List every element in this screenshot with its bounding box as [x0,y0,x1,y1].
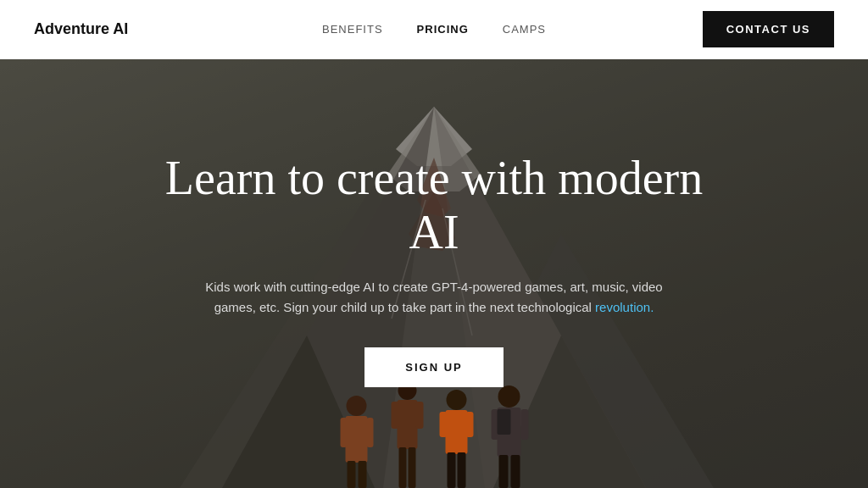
nav-benefits[interactable]: BENEFITS [322,23,383,36]
hero-content: Learn to create with modern AI Kids work… [137,151,731,387]
svg-rect-15 [341,418,348,447]
hero-figures [334,378,535,488]
svg-rect-21 [392,402,399,429]
svg-rect-26 [446,410,468,454]
signup-button[interactable]: SIGN UP [364,347,503,387]
figure-3 [435,386,479,488]
svg-point-13 [347,396,367,416]
contact-button[interactable]: CONTACT US [703,11,834,47]
svg-rect-16 [367,418,374,447]
hero-section: Learn to create with modern AI Kids work… [0,59,868,488]
svg-rect-29 [448,452,456,488]
nav-camps[interactable]: CAMPS [503,23,546,36]
svg-point-25 [447,390,467,410]
svg-rect-30 [458,452,466,488]
hero-title: Learn to create with modern AI [137,151,731,260]
hero-subtitle: Kids work with cutting-edge AI to create… [197,277,671,318]
site-logo: Adventure AI [34,20,128,38]
hero-subtitle-highlight: revolution. [595,300,654,314]
svg-rect-17 [348,461,356,488]
navbar: Adventure AI BENEFITS PRICING CAMPS CONT… [0,0,868,59]
svg-rect-20 [398,400,418,449]
svg-rect-18 [359,461,367,488]
svg-rect-34 [521,409,529,440]
svg-rect-35 [498,409,511,435]
svg-point-31 [498,385,520,408]
svg-rect-28 [466,412,474,437]
figure-4 [486,382,535,488]
hero-subtitle-text: Kids work with cutting-edge AI to create… [205,280,662,314]
figure-2 [387,378,428,488]
nav-pricing[interactable]: PRICING [417,23,469,36]
svg-rect-22 [416,402,424,429]
figure-1 [334,391,381,488]
svg-rect-23 [399,447,407,488]
svg-rect-24 [409,447,416,488]
svg-rect-36 [499,455,509,488]
nav-links: BENEFITS PRICING CAMPS [322,23,546,36]
svg-rect-14 [346,416,368,463]
svg-rect-37 [511,455,520,488]
svg-rect-27 [440,412,448,437]
